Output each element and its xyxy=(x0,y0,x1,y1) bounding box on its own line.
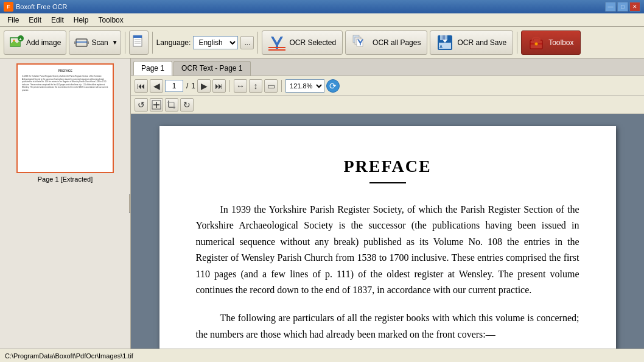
separator2 xyxy=(152,32,153,54)
status-path: C:\ProgramData\Boxoft\PdfOcr\Images\1.ti… xyxy=(5,352,133,360)
minimize-button[interactable]: — xyxy=(605,2,616,12)
thumb-label-1: Page 1 [Extracted] xyxy=(38,176,93,183)
main-area: PREFACE In 1939 the Yorkshire Parish Reg… xyxy=(0,59,644,349)
separator4 xyxy=(517,32,517,54)
actual-size-button[interactable]: ▭ xyxy=(264,79,278,93)
doc-paragraph-2: The following are particulars of all the… xyxy=(196,310,579,342)
ocr-and-save-icon: A xyxy=(436,34,453,51)
page-button[interactable] xyxy=(129,30,149,55)
page-number-input[interactable] xyxy=(165,80,183,92)
separator3 xyxy=(257,32,258,54)
menu-edit[interactable]: Edit xyxy=(24,15,46,26)
crop-button[interactable] xyxy=(165,98,178,112)
separator1 xyxy=(125,32,125,54)
doc-paragraph-1: In 1939 the Yorkshire Parish Register So… xyxy=(196,202,579,298)
next-page-button[interactable]: ▶ xyxy=(197,79,211,93)
fit-height-button[interactable]: ↕ xyxy=(249,79,262,93)
doc-divider xyxy=(369,182,406,183)
svg-point-31 xyxy=(535,42,538,45)
statusbar: C:\ProgramData\Boxoft\PdfOcr\Images\1.ti… xyxy=(0,349,644,362)
toolbar: + Add image Scan ▼ xyxy=(0,27,644,59)
zoom-refresh-button[interactable]: ⟳ xyxy=(326,79,340,93)
page-separator: / xyxy=(185,82,189,90)
thumb-content-1: PREFACE In 1939 the Yorkshire Parish Reg… xyxy=(20,67,110,169)
toolbox-label: Toolbox xyxy=(548,38,573,47)
right-panel: Page 1 OCR Text - Page 1 ⏮ ◀ / 1 ▶ ⏭ ↔ ↕… xyxy=(131,59,644,349)
last-page-button[interactable]: ⏭ xyxy=(212,79,226,93)
ocr-selected-icon xyxy=(268,34,285,51)
page-thumbnail-1[interactable]: PREFACE In 1939 the Yorkshire Parish Reg… xyxy=(5,63,125,183)
view-toolbar: ⏮ ◀ / 1 ▶ ⏭ ↔ ↕ ▭ 121.8% 50% 75% 100% 15… xyxy=(131,76,644,96)
thumb-frame-1[interactable]: PREFACE In 1939 the Yorkshire Parish Reg… xyxy=(16,63,114,173)
scan-label: Scan xyxy=(91,38,108,47)
ocr-all-pages-label: OCR all Pages xyxy=(373,38,421,47)
ocr-all-pages-button[interactable]: OCR all Pages xyxy=(345,30,427,55)
zoom-select[interactable]: 121.8% 50% 75% 100% 150% 200% xyxy=(285,79,324,93)
add-image-icon: + xyxy=(9,35,24,50)
window-controls: — □ ✕ xyxy=(605,2,640,12)
menu-help[interactable]: Help xyxy=(69,15,94,26)
add-page-button[interactable] xyxy=(150,98,163,112)
page-total: 1 xyxy=(191,82,195,90)
menu-file[interactable]: File xyxy=(2,15,24,26)
menu-toolbox[interactable]: Toolbox xyxy=(93,15,128,26)
ocr-selected-label: OCR Selected xyxy=(289,38,336,47)
close-button[interactable]: ✕ xyxy=(629,2,640,12)
menu-edit2[interactable]: Edit xyxy=(46,15,69,26)
language-group: Language: English French German Spanish … xyxy=(156,36,254,49)
svg-text:+: + xyxy=(19,37,22,42)
tab-page-1[interactable]: Page 1 xyxy=(133,61,172,76)
toolbox-button[interactable]: Toolbox xyxy=(521,30,580,55)
first-page-button[interactable]: ⏮ xyxy=(135,79,148,93)
add-image-label: Add image xyxy=(26,38,61,47)
svg-rect-6 xyxy=(76,41,87,43)
tab-bar: Page 1 OCR Text - Page 1 xyxy=(131,59,644,76)
page-icon xyxy=(132,34,145,52)
language-label: Language: xyxy=(156,38,191,47)
svg-rect-29 xyxy=(534,39,539,41)
add-image-button[interactable]: + Add image xyxy=(4,30,66,55)
left-panel: PREFACE In 1939 the Yorkshire Parish Reg… xyxy=(0,59,131,349)
doc-page: PREFACE In 1939 the Yorkshire Parish Reg… xyxy=(159,126,616,349)
doc-content[interactable]: PREFACE In 1939 the Yorkshire Parish Reg… xyxy=(131,114,644,349)
maximize-button[interactable]: □ xyxy=(617,2,628,12)
svg-rect-10 xyxy=(133,35,142,38)
ocr-and-save-label: OCR and Save xyxy=(457,38,506,47)
thumb-title: PREFACE xyxy=(22,69,108,73)
rotate-ccw-button[interactable]: ↺ xyxy=(135,98,148,112)
view-sep1 xyxy=(229,80,230,92)
panel-collapse-arrow[interactable]: ◀ xyxy=(129,194,131,213)
svg-text:A: A xyxy=(439,44,443,49)
thumb-text: In 1939 the Yorkshire Parish Register So… xyxy=(22,75,108,91)
menubar: File Edit Edit Help Toolbox xyxy=(0,13,644,27)
ocr-and-save-button[interactable]: A OCR and Save xyxy=(430,30,513,55)
titlebar: F Boxoft Free OCR — □ ✕ xyxy=(0,0,644,13)
rotate-cw-button[interactable]: ↻ xyxy=(180,98,194,112)
svg-rect-23 xyxy=(443,35,445,40)
tab-ocr-text[interactable]: OCR Text - Page 1 xyxy=(173,61,251,76)
toolbox-icon xyxy=(528,34,545,51)
svg-rect-8 xyxy=(87,41,89,44)
app-icon: F xyxy=(4,2,13,12)
doc-title: PREFACE xyxy=(196,157,579,176)
svg-rect-7 xyxy=(74,41,76,44)
ocr-selected-button[interactable]: OCR Selected xyxy=(262,30,343,55)
view-toolbar2: ↺ ↻ xyxy=(131,96,644,114)
scan-button[interactable]: Scan ▼ xyxy=(69,30,121,55)
fit-width-button[interactable]: ↔ xyxy=(234,79,247,93)
view-sep2 xyxy=(281,80,282,92)
language-select[interactable]: English French German Spanish xyxy=(193,36,238,49)
app-title: Boxoft Free OCR xyxy=(16,3,605,10)
ocr-all-pages-icon xyxy=(352,34,369,51)
prev-page-button[interactable]: ◀ xyxy=(150,79,163,93)
scan-icon xyxy=(74,35,89,50)
scan-dropdown-arrow[interactable]: ▼ xyxy=(112,39,118,46)
language-more-button[interactable]: ... xyxy=(240,36,254,49)
